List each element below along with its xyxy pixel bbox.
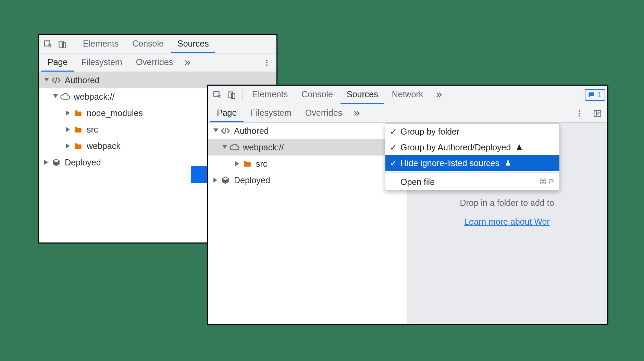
cloud-icon	[229, 142, 239, 152]
subtabs-overflow-icon[interactable]	[180, 59, 195, 67]
learn-more-link[interactable]: Learn more about Wor	[464, 217, 550, 226]
svg-point-18	[579, 115, 580, 116]
kebab-menu-icon[interactable]	[259, 59, 274, 67]
chevron-right-icon	[235, 161, 241, 167]
svg-marker-6	[44, 78, 49, 82]
menu-item-label: Open file	[400, 177, 435, 187]
inspect-icon[interactable]	[41, 37, 55, 51]
svg-rect-14	[228, 92, 233, 98]
svg-rect-1	[59, 41, 63, 47]
tab-console[interactable]: Console	[295, 86, 339, 104]
folder-icon	[73, 141, 83, 151]
svg-marker-8	[66, 111, 70, 115]
svg-point-17	[579, 113, 580, 114]
folder-icon	[242, 159, 252, 169]
tree-label: Authored	[234, 126, 269, 136]
subtabs-overflow-icon[interactable]	[349, 109, 364, 117]
tab-network[interactable]: Network	[386, 86, 430, 104]
tree-label: node_modules	[87, 108, 143, 118]
subtab-page[interactable]: Page	[210, 104, 244, 122]
menu-item-group-by-authored[interactable]: ✓ Group by Authored/Deployed	[385, 139, 559, 155]
chevron-right-icon	[44, 159, 50, 165]
folder-icon	[73, 108, 83, 118]
tree-label: webpack	[87, 141, 121, 151]
kebab-menu-icon[interactable]	[572, 109, 587, 117]
tree-node-src[interactable]: src	[208, 155, 407, 172]
tab-elements[interactable]: Elements	[77, 35, 125, 53]
cloud-icon	[60, 91, 70, 102]
device-toggle-icon[interactable]	[55, 37, 70, 51]
sources-subtabs: Page Filesystem Overrides	[210, 104, 349, 122]
chevron-right-icon	[213, 177, 219, 183]
cube-icon	[220, 175, 231, 185]
main-toolbar: Elements Console Sources Network 1	[208, 86, 607, 104]
inspect-icon[interactable]	[210, 88, 224, 102]
devtools-panel-after: Elements Console Sources Network 1 Page …	[207, 85, 608, 325]
subtab-overrides[interactable]: Overrides	[298, 104, 349, 122]
check-icon: ✓	[389, 158, 397, 168]
tab-elements[interactable]: Elements	[246, 86, 294, 104]
tab-sources[interactable]: Sources	[340, 86, 384, 104]
tree-node-webpack[interactable]: webpack://	[208, 139, 407, 155]
svg-marker-10	[66, 144, 70, 148]
subtab-filesystem[interactable]: Filesystem	[244, 104, 298, 122]
feedback-count: 1	[597, 90, 601, 99]
chevron-right-icon	[65, 110, 72, 116]
drop-hint-text: Drop in a folder to add to	[409, 198, 605, 208]
sources-options-menu: ✓ Group by folder ✓ Group by Authored/De…	[385, 123, 560, 190]
tree-label: src	[256, 159, 267, 169]
sources-subtabs: Page Filesystem Overrides	[41, 53, 180, 72]
svg-marker-21	[222, 145, 227, 149]
chevron-down-icon	[213, 128, 219, 134]
tree-label: webpack://	[74, 92, 115, 102]
tree-label: Deployed	[234, 175, 270, 185]
menu-item-label: Group by folder	[400, 127, 459, 137]
code-icon	[51, 75, 61, 85]
main-tabs-overflow-icon[interactable]	[431, 91, 446, 99]
chevron-right-icon	[65, 143, 72, 149]
tree-label: Deployed	[65, 158, 101, 167]
feedback-badge[interactable]: 1	[585, 89, 605, 101]
chevron-down-icon	[222, 144, 228, 150]
sources-subtabs-row: Page Filesystem Overrides	[208, 104, 607, 123]
main-tabs: Elements Console Sources	[77, 35, 215, 53]
separator	[242, 89, 243, 101]
svg-marker-23	[213, 178, 217, 183]
svg-marker-9	[66, 127, 70, 132]
svg-marker-20	[213, 128, 218, 132]
chat-icon	[587, 91, 595, 99]
menu-item-shortcut: ⌘ P	[539, 177, 554, 186]
chevron-down-icon	[52, 94, 59, 100]
subtab-page[interactable]: Page	[41, 53, 74, 72]
svg-marker-7	[53, 94, 58, 98]
svg-point-5	[266, 64, 268, 66]
tree-label: Authored	[65, 75, 99, 85]
code-icon	[220, 126, 231, 136]
menu-item-label: Group by Authored/Deployed	[400, 142, 511, 152]
experiment-flask-icon	[505, 160, 511, 166]
check-icon: ✓	[389, 127, 397, 137]
device-toggle-icon[interactable]	[224, 88, 239, 102]
chevron-down-icon	[44, 77, 50, 83]
tab-console[interactable]: Console	[126, 35, 170, 53]
svg-marker-22	[235, 161, 239, 166]
tree-node-authored[interactable]: Authored	[208, 123, 407, 139]
main-tabs: Elements Console Sources Network	[246, 86, 429, 104]
menu-item-open-file[interactable]: Open file ⌘ P	[385, 174, 559, 190]
collapse-pane-icon[interactable]	[587, 104, 607, 122]
tree-node-deployed[interactable]: Deployed	[208, 172, 407, 188]
chevron-right-icon	[65, 126, 72, 133]
menu-item-group-by-folder[interactable]: ✓ Group by folder	[385, 124, 559, 139]
experiment-flask-icon	[516, 144, 522, 151]
subtab-overrides[interactable]: Overrides	[129, 53, 180, 72]
main-toolbar: Elements Console Sources	[39, 35, 276, 53]
sources-subtabs-row: Page Filesystem Overrides	[39, 53, 276, 72]
tree-label: webpack://	[243, 142, 284, 152]
svg-point-16	[579, 110, 580, 112]
tab-sources[interactable]: Sources	[171, 35, 215, 53]
subtab-filesystem[interactable]: Filesystem	[74, 53, 129, 72]
cube-icon	[51, 157, 61, 167]
menu-item-hide-ignore-listed[interactable]: ✓ Hide ignore-listed sources	[385, 155, 559, 171]
separator	[73, 38, 73, 50]
file-tree: Authored webpack:// src	[208, 123, 407, 188]
